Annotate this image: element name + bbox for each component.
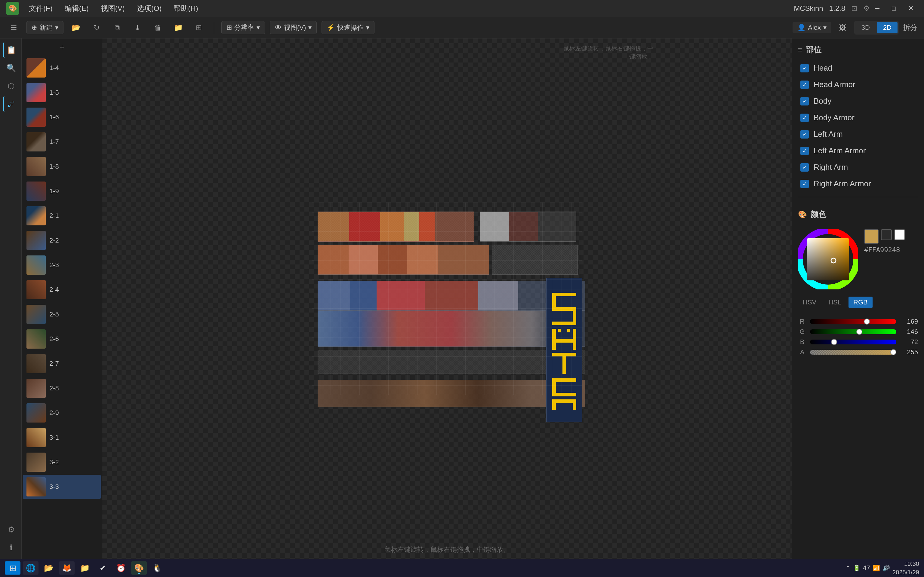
blue-slider[interactable] [810,340,897,344]
toolbar-3d-icon[interactable]: 🖼 [835,20,851,35]
skin-canvas[interactable] [312,203,582,395]
open-button[interactable]: 📂 [68,20,84,35]
view-dropdown[interactable]: 👁 视图(V) ▾ [270,21,317,34]
head-armor-checkbox[interactable]: ✓ [800,81,809,89]
taskbar-clock[interactable]: ⏰ [113,561,129,575]
taskbar-files[interactable]: 📁 [77,561,93,575]
file-item-1-6[interactable]: 1-6 [23,105,101,129]
right-arm-armor-checkbox[interactable]: ✓ [800,180,809,188]
view-2d-button[interactable]: 2D [877,22,898,33]
duplicate-button[interactable]: ⧉ [109,20,125,35]
left-arm-armor-checkbox[interactable]: ✓ [800,147,809,155]
part-left-arm-armor[interactable]: ✓ Left Arm Armor [798,142,918,159]
file-item-1-8[interactable]: 1-8 [23,155,101,179]
head-checkbox[interactable]: ✓ [800,64,809,73]
split-button[interactable]: 拆分 [902,20,918,35]
taskbar-folder[interactable]: 📂 [41,561,57,575]
close-button[interactable]: ✕ [903,3,918,14]
hsl-tab[interactable]: HSL [824,297,846,308]
rgb-tab[interactable]: RGB [848,297,872,308]
user-button[interactable]: 👤 Alex ▾ [793,22,831,33]
color-wheel-wrapper[interactable] [798,229,858,289]
resolution-dropdown[interactable]: ⊞ 分辨率 ▾ [221,21,265,34]
file-item-2-9[interactable]: 2-9 [23,401,101,425]
part-left-arm[interactable]: ✓ Left Arm [798,126,918,142]
taskbar-mcskinn[interactable]: 🎨 [131,561,147,575]
menu-help[interactable]: 帮助(H) [168,1,204,16]
part-head[interactable]: ✓ Head [798,60,918,76]
file-item-1-5[interactable]: 1-5 [23,81,101,105]
activity-search[interactable]: 🔍 [3,60,19,76]
taskbar-edge[interactable]: 🦊 [59,561,74,575]
red-thumb[interactable] [864,319,870,324]
menu-file[interactable]: 文件(F) [23,1,59,16]
file-item-3-1[interactable]: 3-1 [23,425,101,450]
hsv-tab[interactable]: HSV [798,297,821,308]
activity-files[interactable]: 📋 [3,42,19,58]
grid-button[interactable]: ⊞ [191,20,207,35]
file-item-3-2[interactable]: 3-2 [23,450,101,474]
file-item-3-3[interactable]: 3-3 [23,475,101,499]
part-head-armor[interactable]: ✓ Head Armor [798,76,918,93]
file-item-1-9[interactable]: 1-9 [23,179,101,203]
file-item-2-2[interactable]: 2-2 [23,228,101,253]
quick-ops-dropdown[interactable]: ⚡ 快速操作 ▾ [321,21,375,34]
color-picker-container: #FFA99248 HSV HSL RGB R 169 [798,224,918,363]
green-slider[interactable] [810,329,897,334]
primary-swatch[interactable] [864,229,879,244]
file-item-2-6[interactable]: 2-6 [23,327,101,351]
secondary-swatch[interactable] [881,229,892,240]
body-checkbox[interactable]: ✓ [800,97,809,105]
delete-button[interactable]: 🗑 [150,20,166,35]
share-icon[interactable]: ⊡ [851,4,857,13]
file-thumb-1-4 [26,58,46,77]
menu-view[interactable]: 视图(V) [95,1,131,16]
activity-settings[interactable]: ⚙ [3,522,19,537]
blue-thumb[interactable] [831,339,837,345]
file-item-1-7[interactable]: 1-7 [23,130,101,154]
taskbar-clock-display[interactable]: 19:30 2025/1/29 [892,559,919,576]
right-arm-checkbox[interactable]: ✓ [800,163,809,172]
toolbar-menu-toggle[interactable]: ☰ [6,20,22,35]
tray-system-icon[interactable]: ⌃ [845,564,851,572]
refresh-button[interactable]: ↻ [89,20,104,35]
part-right-arm[interactable]: ✓ Right Arm [798,159,918,176]
lightning-icon: ⚡ [327,24,335,32]
add-file-button[interactable]: ＋ [56,41,68,53]
taskbar-browser[interactable]: 🌐 [23,561,39,575]
minimize-button[interactable]: ─ [870,3,884,14]
body-armor-checkbox[interactable]: ✓ [800,114,809,122]
alpha-thumb[interactable] [890,349,897,355]
part-body[interactable]: ✓ Body [798,93,918,110]
activity-layers[interactable]: ⬡ [3,78,19,94]
file-item-2-1[interactable]: 2-1 [23,204,101,228]
settings-icon[interactable]: ⚙ [863,4,870,13]
left-arm-checkbox[interactable]: ✓ [800,130,809,139]
new-button[interactable]: ⊕ 新建 ▾ [26,21,63,34]
taskbar-penguin[interactable]: 🐧 [149,561,165,575]
part-right-arm-armor[interactable]: ✓ Right Arm Armor [798,176,918,192]
file-item-2-8[interactable]: 2-8 [23,376,101,400]
file-item-2-5[interactable]: 2-5 [23,302,101,326]
file-item-2-3[interactable]: 2-3 [23,253,101,277]
white-swatch[interactable] [894,229,905,240]
alpha-slider[interactable] [810,350,897,355]
color-wheel-svg[interactable] [798,229,858,289]
menu-edit[interactable]: 编辑(E) [59,1,95,16]
file-item-1-4[interactable]: 1-4 [23,56,101,80]
file-item-2-4[interactable]: 2-4 [23,278,101,302]
green-thumb[interactable] [856,329,863,335]
start-button[interactable]: ⊞ [5,561,21,575]
save-file-button[interactable]: 📁 [171,20,186,35]
file-item-2-7[interactable]: 2-7 [23,351,101,376]
canvas-area[interactable]: 鼠标左键旋转，鼠标右键拖拽，中键缩放。 鼠标左键旋转，鼠标右键拖拽，中键缩放。 [102,39,792,559]
activity-skin-edit[interactable]: 🖊 [3,96,19,112]
maximize-button[interactable]: □ [887,3,901,14]
menu-options[interactable]: 选项(O) [131,1,168,16]
activity-info[interactable]: ℹ [3,540,19,555]
part-body-armor[interactable]: ✓ Body Armor [798,110,918,126]
taskbar-todo[interactable]: ✔ [95,561,111,575]
red-slider[interactable] [810,319,897,324]
export-button[interactable]: ⤓ [130,20,145,35]
view-3d-button[interactable]: 3D [855,22,876,33]
